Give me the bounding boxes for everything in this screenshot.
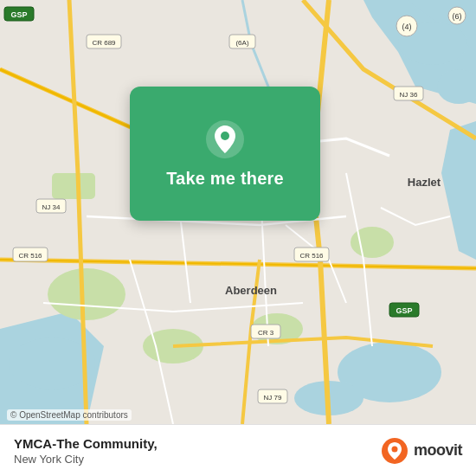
svg-text:NJ 36: NJ 36: [400, 91, 418, 99]
moovit-icon: [381, 437, 408, 465]
svg-text:(6A): (6A): [235, 39, 248, 47]
svg-text:(4): (4): [402, 23, 412, 31]
svg-text:GSP: GSP: [10, 10, 27, 19]
svg-point-42: [391, 446, 397, 452]
svg-text:Aberdeen: Aberdeen: [225, 284, 277, 297]
pin-icon: [204, 119, 246, 160]
svg-text:GSP: GSP: [396, 306, 412, 315]
svg-rect-9: [52, 173, 95, 199]
svg-text:CR 689: CR 689: [92, 39, 116, 47]
svg-point-6: [48, 268, 125, 320]
svg-text:CR 3: CR 3: [258, 329, 274, 337]
location-card: Take me there: [130, 87, 320, 221]
svg-point-40: [221, 132, 229, 140]
location-info: YMCA-The Community, New York City: [14, 436, 158, 466]
svg-text:NJ 79: NJ 79: [264, 394, 282, 402]
svg-text:CR 516: CR 516: [299, 252, 324, 260]
moovit-text: moovit: [414, 441, 462, 460]
bottom-bar: YMCA-The Community, New York City moovit: [0, 424, 476, 476]
svg-text:CR 516: CR 516: [18, 252, 42, 260]
svg-text:NJ 34: NJ 34: [42, 203, 61, 211]
osm-credit: © OpenStreetMap contributors: [7, 409, 132, 421]
take-me-there-button[interactable]: Take me there: [166, 169, 284, 189]
location-city: New York City: [14, 453, 158, 466]
svg-text:Hazlet: Hazlet: [408, 176, 441, 189]
moovit-logo[interactable]: moovit: [381, 437, 462, 465]
svg-text:(6): (6): [453, 12, 462, 21]
map-container: GSP GSP CR 689 NJ 34 NJ 36 (3) (4) (6) (…: [0, 0, 476, 424]
location-name: YMCA-The Community,: [14, 436, 158, 451]
